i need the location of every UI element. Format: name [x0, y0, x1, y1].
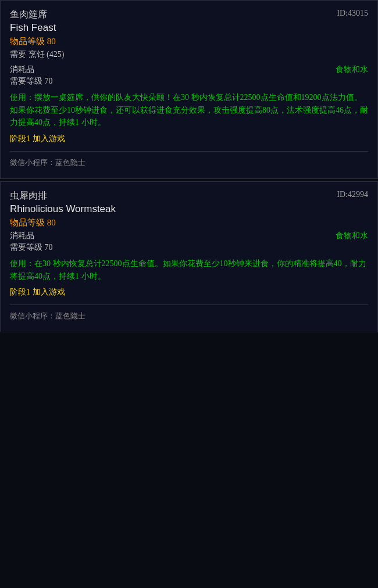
card-header: 虫犀肉排 ID:42994: [10, 190, 368, 202]
item-level: 物品等级 80: [10, 36, 368, 47]
item-type-row: 消耗品 食物和水: [10, 231, 368, 241]
phase-text: 阶段1 加入游戏: [10, 134, 368, 144]
page-container: 鱼肉筵席 ID:43015 Fish Feast 物品等级 80 需要 烹饪 (…: [0, 0, 378, 332]
phase-text: 阶段1 加入游戏: [10, 287, 368, 297]
title-en: Rhinolicious Wormsteak: [10, 203, 368, 215]
consumable-label: 消耗品: [10, 64, 34, 75]
req-skill: 需要 烹饪 (425): [10, 49, 368, 60]
use-description: 使用：摆放一桌筵席，供你的队友大快朵颐！在30 秒内恢复总计22500点生命值和…: [10, 91, 368, 129]
item-category: 食物和水: [336, 231, 368, 241]
req-level: 需要等级 70: [10, 242, 368, 253]
card-fish-feast: 鱼肉筵席 ID:43015 Fish Feast 物品等级 80 需要 烹饪 (…: [0, 0, 378, 179]
item-type-row: 消耗品 食物和水: [10, 64, 368, 75]
title-cn: 虫犀肉排: [10, 190, 47, 202]
item-id: ID:43015: [337, 9, 368, 18]
use-description: 使用：在30 秒内恢复总计22500点生命值。如果你花费至少10秒钟来进食，你的…: [10, 257, 368, 282]
item-id: ID:42994: [337, 190, 368, 199]
req-level: 需要等级 70: [10, 76, 368, 87]
footer-text: 微信小程序：蓝色隐士: [10, 151, 368, 168]
title-en: Fish Feast: [10, 22, 368, 34]
item-category: 食物和水: [336, 64, 368, 75]
card-wormsteak: 虫犀肉排 ID:42994 Rhinolicious Wormsteak 物品等…: [0, 181, 378, 332]
card-header: 鱼肉筵席 ID:43015: [10, 9, 368, 21]
footer-text: 微信小程序：蓝色隐士: [10, 304, 368, 321]
item-level: 物品等级 80: [10, 217, 368, 228]
consumable-label: 消耗品: [10, 231, 34, 241]
title-cn: 鱼肉筵席: [10, 9, 47, 21]
